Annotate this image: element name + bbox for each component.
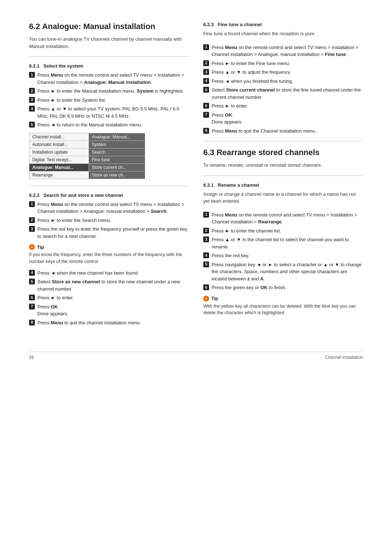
section-63-title: 6.3 Rearrange stored channels [203,148,363,157]
step-622-num-8: 8 [29,320,35,325]
step-623-num-5: 5 [203,87,209,93]
step-623-7: 7 Press OK.Done appears. [203,112,363,126]
step-622-text-5: Select Store as new channel to store the… [37,278,189,292]
steps-622-part2: 4 Press ◄ when the new channel has been … [29,270,189,327]
divider-621 [29,56,189,57]
tip-631-header: + Tip [203,296,363,301]
step-623-text-3: Press ▲ or ▼ to adjust the frequency [212,69,363,76]
section-62-title: 6.2 Analogue: Manual installation [29,22,189,31]
step-623-num-1: 1 [203,44,209,50]
subsection-622-label: Search for and store a new channel [44,193,123,198]
step-622-num-6: 6 [29,295,35,300]
step-623-text-7: Press OK.Done appears. [212,112,363,126]
step-num-3: 3 [29,97,35,103]
step-num-1: 1 [29,72,35,78]
step-623-num-8: 8 [203,128,209,134]
step-621-2: 2 Press ► to enter the Manual installati… [29,88,189,95]
step-622-5: 5 Select Store as new channel to store t… [29,278,189,292]
step-623-num-2: 2 [203,60,209,66]
step-622-6: 6 Press ► to enter. [29,294,189,301]
step-621-4: 4 Press ▲ or ▼ to select your TV system:… [29,105,189,119]
step-631-num-3: 3 [203,236,209,242]
step-631-text-5: Press navigation key ◄ or ► to select a … [212,261,363,283]
footer-page-num: 26 [29,355,34,360]
table-row-2: Installation update Search [29,148,145,156]
step-622-text-7: Press OK.Done appears. [37,303,189,317]
step-text-4: Press ▲ or ▼ to select your TV system: P… [37,105,189,119]
menu-table: Channel install... Analogue: Manual... A… [29,133,145,179]
step-631-num-1: 1 [203,212,209,218]
subsection-631-label: Rename a channel [218,182,259,188]
left-column: 6.2 Analogue: Manual installation You ca… [29,22,189,330]
table-cell-4-0: Analogue: Manual... [29,163,89,171]
step-623-num-4: 4 [203,78,209,84]
step-623-8: 8 Press Menu to quit the Channel install… [203,127,363,135]
page-footer: 26 Channel installation [29,352,363,360]
tip-631-text: With the yellow key all characters can b… [203,303,363,317]
step-623-4: 4 Press ◄ when you finished fine tuning. [203,78,363,85]
subsection-631-title: 6.3.1 Rename a channel [203,182,363,188]
tip-631: + Tip With the yellow key all characters… [203,296,363,317]
tip-622-label: Tip [37,244,44,250]
step-622-4: 4 Press ◄ when the new channel has been … [29,270,189,277]
table-row-4: Analogue: Manual... Store current ch... [29,163,145,171]
step-631-5: 5 Press navigation key ◄ or ► to select … [203,261,363,283]
step-623-text-6: Press ► to enter. [212,102,363,110]
step-621-5: 5 Press ◄ to return to the Manual instal… [29,121,189,129]
step-631-num-5: 5 [203,262,209,267]
step-622-3: 3 Press the red key to enter the frequen… [29,226,189,240]
section-63-intro: To rename, reorder, uninstall or reinsta… [203,162,363,169]
step-622-8: 8 Press Menu to quit the channel install… [29,319,189,327]
subsection-622-title: 6.2.2 Search for and store a new channel [29,193,189,198]
step-623-num-6: 6 [203,103,209,109]
step-num-5: 5 [29,122,35,127]
subsection-621-num: 6.2.1 [29,63,40,69]
right-column: 6.2.3 Fine tune a channel Fine tune a fo… [203,22,363,321]
tip-631-icon: + [203,296,209,301]
step-622-text-8: Press Menu to quit the channel installat… [37,319,189,327]
page-container: 6.2 Analogue: Manual installation You ca… [29,22,363,360]
step-622-7: 7 Press OK.Done appears. [29,303,189,317]
divider-622 [29,186,189,186]
step-622-num-3: 3 [29,226,35,232]
step-622-text-4: Press ◄ when the new channel has been fo… [37,270,189,277]
step-631-3: 3 Press ▲ or ▼ in the channel list to se… [203,236,363,250]
step-623-text-1: Press Menu on the remote control and sel… [212,44,363,58]
step-text-2: Press ► to enter the Manual installation… [37,88,189,95]
table-cell-1-1: System [89,141,145,148]
subsection-623-intro: Fine tune a found channel when the recep… [203,30,363,37]
table-row-0: Channel install... Analogue: Manual... [29,133,145,141]
divider-631 [203,175,363,176]
section-62-intro: You can tune-in analogue TV channels cha… [29,36,189,50]
step-631-num-2: 2 [203,228,209,234]
step-623-text-4: Press ◄ when you finished fine tuning. [212,78,363,85]
table-cell-4-1: Store current ch... [89,163,145,171]
table-cell-2-0: Installation update [29,148,89,156]
steps-622-part1: 1 Press Menu on the remote control and s… [29,201,189,240]
steps-621: 1 Press Menu on the remote control and s… [29,72,189,129]
step-622-num-7: 7 [29,304,35,309]
table-cell-2-1: Search [89,148,145,156]
step-text-3: Press ► to enter the System list. [37,97,189,104]
subsection-631-intro: Assign or change a channel name to a cha… [203,191,363,205]
table-cell-3-1: Fine tune [89,156,145,163]
step-631-text-3: Press ▲ or ▼ in the channel list to sele… [212,236,363,250]
tip-631-label: Tip [211,296,218,301]
subsection-622-num: 6.2.2 [29,193,40,198]
step-631-num-6: 6 [203,284,209,290]
step-622-text-1: Press Menu on the remote control and sel… [37,201,189,215]
table-row-5: Rearrange Store as new ch... [29,171,145,179]
step-622-1: 1 Press Menu on the remote control and s… [29,201,189,215]
step-num-2: 2 [29,88,35,94]
step-622-num-4: 4 [29,270,35,276]
subsection-631-num: 6.3.1 [203,182,214,188]
step-621-3: 3 Press ► to enter the System list. [29,97,189,104]
step-623-num-3: 3 [203,69,209,75]
table-cell-5-1: Store as new ch... [89,171,145,179]
subsection-623-num: 6.2.3 [203,22,214,27]
tip-622: + Tip If you know the frequency, enter t… [29,244,189,265]
step-623-text-8: Press Menu to quit the Channel installat… [212,127,363,135]
step-622-text-2: Press ► to enter the Search menu. [37,217,189,224]
step-623-text-2: Press ► to enter the Fine tune menu. [212,60,363,67]
step-623-text-5: Select Store current channel to store th… [212,86,363,101]
